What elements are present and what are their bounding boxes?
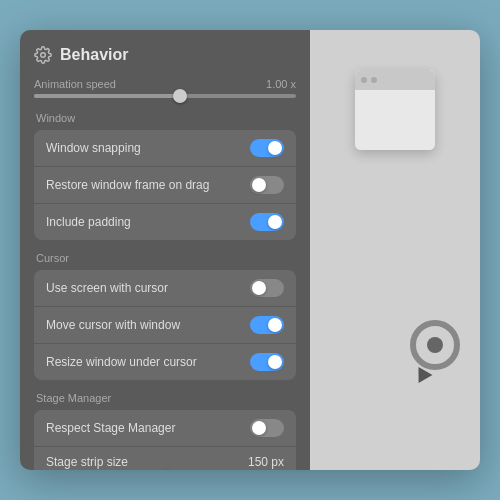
use-screen-knob — [252, 281, 266, 295]
restore-window-label: Restore window frame on drag — [46, 178, 209, 192]
animation-speed-section: Animation speed 1.00 x — [34, 78, 296, 98]
window-snapping-label: Window snapping — [46, 141, 141, 155]
preview-dot-2 — [371, 77, 377, 83]
restore-window-knob — [252, 178, 266, 192]
panel-header: Behavior — [34, 46, 296, 64]
resize-window-knob — [268, 355, 282, 369]
drag-inner — [427, 337, 443, 353]
left-panel: Behavior Animation speed 1.00 x Window W… — [20, 30, 310, 470]
respect-stage-manager-label: Respect Stage Manager — [46, 421, 175, 435]
animation-speed-value: 1.00 x — [266, 78, 296, 90]
stage-manager-section: Stage Manager Respect Stage Manager Stag… — [34, 392, 296, 470]
respect-stage-toggle[interactable] — [250, 419, 284, 437]
app-container: Behavior Animation speed 1.00 x Window W… — [20, 30, 480, 470]
resize-window-under-cursor-label: Resize window under cursor — [46, 355, 197, 369]
gear-icon — [34, 46, 52, 64]
move-cursor-with-window-row: Move cursor with window — [34, 307, 296, 344]
slider-label-row: Animation speed 1.00 x — [34, 78, 296, 90]
strip-size-header: Stage strip size 150 px — [46, 455, 284, 469]
strip-size-label: Stage strip size — [46, 455, 128, 469]
window-snapping-toggle[interactable] — [250, 139, 284, 157]
window-section: Window Window snapping Restore window fr… — [34, 112, 296, 240]
move-cursor-toggle[interactable] — [250, 316, 284, 334]
window-section-label: Window — [34, 112, 296, 124]
use-screen-with-cursor-label: Use screen with cursor — [46, 281, 168, 295]
slider-thumb[interactable] — [173, 89, 187, 103]
cursor-section: Cursor Use screen with cursor Move curso… — [34, 252, 296, 380]
move-cursor-with-window-label: Move cursor with window — [46, 318, 180, 332]
restore-window-toggle[interactable] — [250, 176, 284, 194]
stage-manager-label: Stage Manager — [34, 392, 296, 404]
use-screen-with-cursor-row: Use screen with cursor — [34, 270, 296, 307]
preview-dot-1 — [361, 77, 367, 83]
right-panel — [310, 30, 480, 470]
move-cursor-knob — [268, 318, 282, 332]
include-padding-row: Include padding — [34, 204, 296, 240]
preview-titlebar — [355, 70, 435, 90]
use-screen-toggle[interactable] — [250, 279, 284, 297]
window-snapping-knob — [268, 141, 282, 155]
respect-stage-knob — [252, 421, 266, 435]
slider-fill — [34, 94, 178, 98]
restore-window-row: Restore window frame on drag — [34, 167, 296, 204]
stage-strip-size-row: Stage strip size 150 px — [34, 447, 296, 470]
strip-size-value: 150 px — [248, 455, 284, 469]
include-padding-toggle[interactable] — [250, 213, 284, 231]
resize-window-toggle[interactable] — [250, 353, 284, 371]
window-snapping-row: Window snapping — [34, 130, 296, 167]
animation-speed-label: Animation speed — [34, 78, 116, 90]
preview-content — [355, 90, 435, 150]
cursor-section-label: Cursor — [34, 252, 296, 264]
window-settings-card: Window snapping Restore window frame on … — [34, 130, 296, 240]
animation-speed-slider-track[interactable] — [34, 94, 296, 98]
stage-manager-card: Respect Stage Manager Stage strip size 1… — [34, 410, 296, 470]
preview-window — [355, 70, 435, 150]
respect-stage-manager-row: Respect Stage Manager — [34, 410, 296, 447]
panel-title: Behavior — [60, 46, 128, 64]
cursor-settings-card: Use screen with cursor Move cursor with … — [34, 270, 296, 380]
svg-point-0 — [41, 53, 46, 58]
drag-indicator — [410, 320, 460, 370]
include-padding-knob — [268, 215, 282, 229]
resize-window-under-cursor-row: Resize window under cursor — [34, 344, 296, 380]
include-padding-label: Include padding — [46, 215, 131, 229]
